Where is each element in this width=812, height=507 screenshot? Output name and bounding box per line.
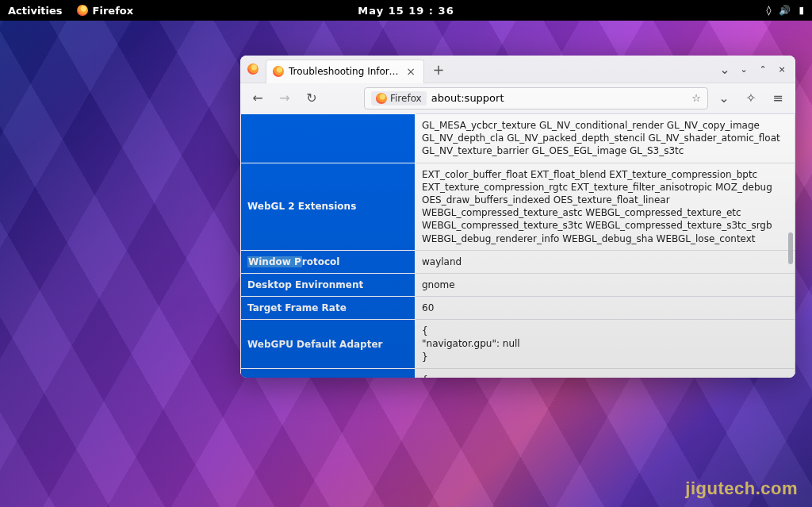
url-text: about:support (431, 92, 504, 104)
row-value: { "navigator.gpu": null } (416, 368, 795, 378)
row-label: Desktop Environment (241, 273, 416, 296)
row-value: wayland (416, 250, 795, 273)
topbar-app-menu[interactable]: Firefox (77, 5, 134, 17)
row-label: WebGPU Fallback Adapter (241, 368, 416, 378)
row-value: gnome (416, 273, 795, 296)
identity-box[interactable]: Firefox (371, 91, 427, 106)
row-value: { "navigator.gpu": null } (416, 320, 795, 369)
identity-label: Firefox (390, 93, 422, 104)
forward-button[interactable]: → (274, 87, 296, 109)
row-label: Target Frame Rate (241, 297, 416, 320)
tab-close-button[interactable]: × (404, 65, 417, 78)
list-tabs-button[interactable]: ⌄ (713, 62, 737, 77)
shield-icon: ◊ (766, 5, 771, 16)
row-value: GL_MESA_ycbcr_texture GL_NV_conditional_… (416, 114, 795, 163)
firefox-icon (376, 93, 387, 104)
row-label: Window Protocol (241, 250, 416, 273)
volume-icon: 🔊 (779, 5, 791, 16)
scrollbar-thumb[interactable] (788, 232, 793, 264)
tab-active[interactable]: Troubleshooting Informati × (266, 60, 424, 83)
window-close-button[interactable]: × (775, 62, 789, 76)
window-maximize-button[interactable]: ⌃ (756, 62, 770, 76)
tab-firefox-logo (240, 63, 266, 75)
gnome-top-bar: Activities Firefox May 15 19 : 36 ◊ 🔊 ▮ (0, 0, 812, 21)
tab-strip: Troubleshooting Informati × + ⌄ ⌄ ⌃ × (240, 56, 795, 83)
bookmark-star-icon[interactable]: ☆ (691, 92, 701, 104)
support-table: GL_MESA_ycbcr_texture GL_NV_conditional_… (240, 113, 795, 378)
row-label: WebGL 2 Extensions (241, 163, 416, 250)
pocket-button[interactable]: ⌄ (713, 87, 735, 109)
firefox-window: Troubleshooting Informati × + ⌄ ⌄ ⌃ × ← … (240, 56, 795, 378)
topbar-app-label: Firefox (93, 5, 134, 17)
row-value: 60 (416, 297, 795, 320)
back-button[interactable]: ← (247, 87, 269, 109)
tab-title: Troubleshooting Informati (289, 66, 400, 77)
url-bar[interactable]: Firefox about:support ☆ (364, 87, 708, 109)
page-content: GL_MESA_ycbcr_texture GL_NV_conditional_… (240, 113, 795, 378)
new-tab-button[interactable]: + (427, 58, 450, 80)
firefox-icon (273, 66, 284, 77)
row-value: EXT_color_buffer_float EXT_float_blend E… (416, 163, 795, 250)
window-minimize-button[interactable]: ⌄ (737, 62, 751, 76)
nav-toolbar: ← → ↻ Firefox about:support ☆ ⌄ ✧ ≡ (240, 83, 795, 113)
desktop-wallpaper: jigutech.com Troubleshooting Informati ×… (0, 21, 812, 507)
app-menu-button[interactable]: ≡ (767, 87, 789, 109)
extensions-button[interactable]: ✧ (740, 87, 762, 109)
battery-icon: ▮ (799, 5, 804, 16)
row-label: WebGPU Default Adapter (241, 320, 416, 369)
row-label (241, 114, 416, 163)
firefox-icon (77, 5, 88, 16)
activities-button[interactable]: Activities (8, 5, 63, 17)
topbar-clock[interactable]: May 15 19 : 36 (358, 5, 454, 17)
topbar-status-area[interactable]: ◊ 🔊 ▮ (766, 5, 804, 16)
reload-button[interactable]: ↻ (301, 87, 323, 109)
content-scroll[interactable]: GL_MESA_ycbcr_texture GL_NV_conditional_… (240, 113, 795, 378)
watermark-text: jigutech.com (685, 478, 798, 499)
